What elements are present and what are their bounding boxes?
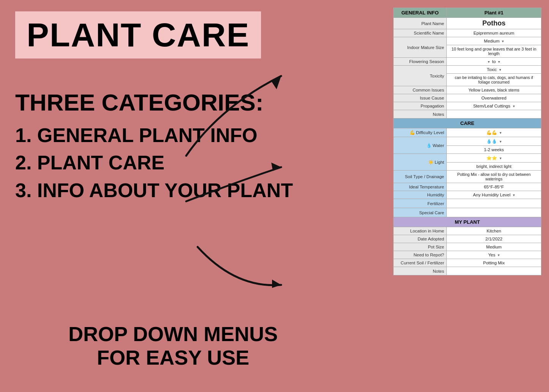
plant-name-label: Plant Name bbox=[394, 18, 447, 29]
myplant-header-label: MY PLANT bbox=[394, 217, 541, 227]
location-label: Location in Home bbox=[394, 227, 447, 235]
plant-care-table: GENERAL INFO Plant #1 Plant Name Pothos … bbox=[393, 8, 541, 275]
bottom-text: DROP DOWN MENUS FOR EASY USE bbox=[68, 322, 278, 369]
soil-type-label: Soil Type / Drainage bbox=[394, 171, 447, 183]
flowering-season-label: Flowering Season bbox=[394, 58, 447, 66]
repot-row: Need to Repot? Yes ▾ bbox=[394, 251, 541, 259]
propagation-label: Propagation bbox=[394, 102, 447, 110]
categories-section: THREE CATEGORIES: 1. GENERAL PLANT INFO … bbox=[15, 89, 304, 202]
scientific-name-value: Epipremnum aureum bbox=[447, 29, 541, 37]
scientific-name-row: Scientific Name Epipremnum aureum bbox=[394, 29, 541, 37]
soil-type-row: Soil Type / Drainage Potting Mix - allow… bbox=[394, 171, 541, 183]
general-info-header-label: GENERAL INFO bbox=[394, 8, 447, 18]
general-info-header-row: GENERAL INFO Plant #1 bbox=[394, 8, 541, 18]
light-detail-value: bright, indirect light bbox=[447, 163, 541, 171]
issue-cause-row: Issue Cause Overwatered bbox=[394, 94, 541, 102]
mature-size-detail: 10 feet long and grow leaves that are 3 … bbox=[447, 45, 541, 58]
current-soil-row: Current Soil / Fertilizer Potting Mix bbox=[394, 259, 541, 267]
title-box: PLANT CARE bbox=[15, 11, 261, 58]
temperature-value: 65°F-85°F bbox=[447, 183, 541, 191]
light-label: ☀️ Light bbox=[394, 154, 447, 171]
flowering-season-row: Flowering Season ▾ to ▾ bbox=[394, 58, 541, 66]
category-1: 1. GENERAL PLANT INFO bbox=[15, 123, 304, 147]
propagation-value[interactable]: Stem/Leaf Cuttings ▾ bbox=[447, 102, 541, 110]
myplant-notes-row: Notes bbox=[394, 267, 541, 275]
date-adopted-value: 2/1/2022 bbox=[447, 235, 541, 243]
water-label: 💧 Water bbox=[394, 137, 447, 154]
water-frequency-value: 1-2 weeks bbox=[447, 146, 541, 154]
pot-size-value: Medium bbox=[447, 243, 541, 251]
bottom-line1: DROP DOWN MENUS bbox=[68, 322, 278, 346]
general-notes-row: Notes bbox=[394, 110, 541, 119]
care-header-label: CARE bbox=[394, 119, 541, 128]
humidity-row: Humidity Any Humidity Level ▾ bbox=[394, 191, 541, 199]
issue-cause-value: Overwatered bbox=[447, 94, 541, 102]
soil-type-value: Potting Mix - allow soil to dry out betw… bbox=[447, 171, 541, 183]
toxicity-label: Toxicity bbox=[394, 66, 447, 86]
propagation-row: Propagation Stem/Leaf Cuttings ▾ bbox=[394, 102, 541, 110]
difficulty-value[interactable]: 💪💪 ▾ bbox=[447, 128, 541, 137]
plant-number-header: Plant #1 bbox=[447, 8, 541, 18]
general-notes-value[interactable] bbox=[447, 110, 541, 119]
special-care-row: Special Care bbox=[394, 208, 541, 217]
category-2: 2. PLANT CARE bbox=[15, 151, 304, 174]
pot-size-row: Pot Size Medium bbox=[394, 243, 541, 251]
difficulty-label: 💪 Difficulty Level bbox=[394, 128, 447, 137]
categories-heading: THREE CATEGORIES: bbox=[15, 89, 304, 116]
left-panel: PLANT CARE THREE CATEGORIES: 1. GENERAL … bbox=[0, 0, 304, 392]
difficulty-row: 💪 Difficulty Level 💪💪 ▾ bbox=[394, 128, 541, 137]
toxicity-row: Toxicity Toxic ▾ bbox=[394, 66, 541, 74]
scientific-name-label: Scientific Name bbox=[394, 29, 447, 37]
pot-size-label: Pot Size bbox=[394, 243, 447, 251]
location-row: Location in Home Kitchen bbox=[394, 227, 541, 235]
common-issues-label: Common Issues bbox=[394, 86, 447, 94]
humidity-value[interactable]: Any Humidity Level ▾ bbox=[447, 191, 541, 199]
common-issues-value: Yellow Leaves, black stems bbox=[447, 86, 541, 94]
plant-name-row: Plant Name Pothos bbox=[394, 18, 541, 29]
current-soil-label: Current Soil / Fertilizer bbox=[394, 259, 447, 267]
temperature-label: Ideal Temperature bbox=[394, 183, 447, 191]
toxicity-detail: can be irritating to cats, dogs, and hum… bbox=[447, 74, 541, 86]
mature-size-label: Indoor Mature Size bbox=[394, 37, 447, 58]
repot-value[interactable]: Yes ▾ bbox=[447, 251, 541, 259]
mature-size-dropdown[interactable]: Medium ▾ bbox=[447, 37, 541, 45]
main-title: PLANT CARE bbox=[27, 18, 250, 52]
general-notes-label: Notes bbox=[394, 110, 447, 119]
date-adopted-row: Date Adopted 2/1/2022 bbox=[394, 235, 541, 243]
flowering-season-value[interactable]: ▾ to ▾ bbox=[447, 58, 541, 66]
water-emoji-row: 💧 Water 💧💧 ▾ bbox=[394, 137, 541, 146]
date-adopted-label: Date Adopted bbox=[394, 235, 447, 243]
mature-size-row: Indoor Mature Size Medium ▾ bbox=[394, 37, 541, 45]
light-emoji-value[interactable]: ⭐⭐ ▾ bbox=[447, 154, 541, 163]
category-3: 3. INFO ABOUT YOUR PLANT bbox=[15, 179, 304, 202]
bottom-line2: FOR EASY USE bbox=[68, 346, 278, 369]
repot-label: Need to Repot? bbox=[394, 251, 447, 259]
plant-name-value: Pothos bbox=[447, 18, 541, 29]
myplant-notes-value[interactable] bbox=[447, 267, 541, 275]
myplant-notes-label: Notes bbox=[394, 267, 447, 275]
special-care-value[interactable] bbox=[447, 208, 541, 217]
common-issues-row: Common Issues Yellow Leaves, black stems bbox=[394, 86, 541, 94]
fertilizer-value[interactable] bbox=[447, 199, 541, 208]
care-header-row: CARE bbox=[394, 119, 541, 128]
special-care-label: Special Care bbox=[394, 208, 447, 217]
right-panel: GENERAL INFO Plant #1 Plant Name Pothos … bbox=[393, 8, 541, 275]
location-value: Kitchen bbox=[447, 227, 541, 235]
fertilizer-label: Fertilizer bbox=[394, 199, 447, 208]
current-soil-value: Potting Mix bbox=[447, 259, 541, 267]
water-emoji-value[interactable]: 💧💧 ▾ bbox=[447, 137, 541, 146]
issue-cause-label: Issue Cause bbox=[394, 94, 447, 102]
humidity-label: Humidity bbox=[394, 191, 447, 199]
temperature-row: Ideal Temperature 65°F-85°F bbox=[394, 183, 541, 191]
light-emoji-row: ☀️ Light ⭐⭐ ▾ bbox=[394, 154, 541, 163]
fertilizer-row: Fertilizer bbox=[394, 199, 541, 208]
myplant-header-row: MY PLANT bbox=[394, 217, 541, 227]
toxicity-dropdown[interactable]: Toxic ▾ bbox=[447, 66, 541, 74]
